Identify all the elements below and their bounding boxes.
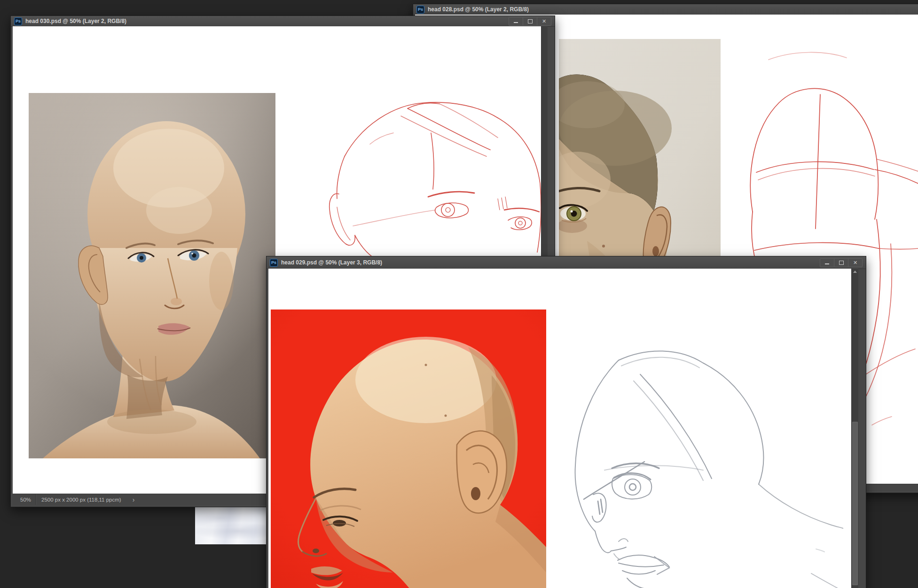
window-title: head 028.psd @ 50% (Layer 2, RGB/8) — [428, 6, 529, 13]
status-flyout-chevron-icon[interactable]: › — [128, 496, 140, 503]
maximize-icon — [528, 19, 533, 23]
maximize-icon — [839, 261, 844, 265]
close-button[interactable]: ✕ — [537, 17, 551, 26]
titlebar-head029[interactable]: Ps head 029.psd @ 50% (Layer 3, RGB/8) ✕ — [267, 256, 866, 269]
photo-bald-man-red — [271, 309, 546, 588]
vertical-scrollbar[interactable] — [851, 269, 858, 588]
window-title: head 029.psd @ 50% (Layer 3, RGB/8) — [281, 259, 382, 266]
photoshop-file-icon: Ps — [270, 259, 278, 267]
background-document-fragment — [195, 507, 267, 544]
photoshop-file-icon: Ps — [14, 17, 22, 25]
window-controls: ✕ — [509, 17, 551, 26]
minimize-icon — [514, 22, 518, 23]
document-dimensions: 2500 px x 2000 px (118,11 ppcm) — [37, 497, 128, 503]
scrollbar-thumb[interactable] — [852, 422, 858, 585]
scroll-up-icon[interactable] — [852, 271, 858, 275]
maximize-button[interactable] — [523, 17, 537, 26]
canvas-head029[interactable] — [268, 269, 858, 588]
minimize-button[interactable] — [509, 17, 523, 26]
titlebar-head030[interactable]: Ps head 030.psd @ 50% (Layer 2, RGB/8) ✕ — [11, 16, 555, 27]
photoshop-workspace: Ps head 028.psd @ 50% (Layer 2, RGB/8) ✕ — [0, 0, 918, 588]
maximize-button[interactable] — [834, 258, 848, 267]
photoshop-file-icon: Ps — [416, 6, 424, 14]
sketch-pencil-head-029 — [548, 329, 843, 588]
minimize-button[interactable] — [820, 258, 834, 267]
close-button[interactable]: ✕ — [848, 258, 863, 267]
window-title: head 030.psd @ 50% (Layer 2, RGB/8) — [25, 18, 126, 24]
window-controls: ✕ — [820, 258, 863, 267]
document-window-head029[interactable]: Ps head 029.psd @ 50% (Layer 3, RGB/8) ✕ — [266, 256, 866, 588]
titlebar-head028[interactable]: Ps head 028.psd @ 50% (Layer 2, RGB/8) ✕ — [413, 4, 918, 15]
sketch-red-head-030 — [325, 71, 548, 263]
zoom-level-field[interactable]: 50% — [13, 497, 36, 503]
minimize-icon — [825, 263, 829, 264]
photo-bald-woman — [29, 93, 275, 458]
